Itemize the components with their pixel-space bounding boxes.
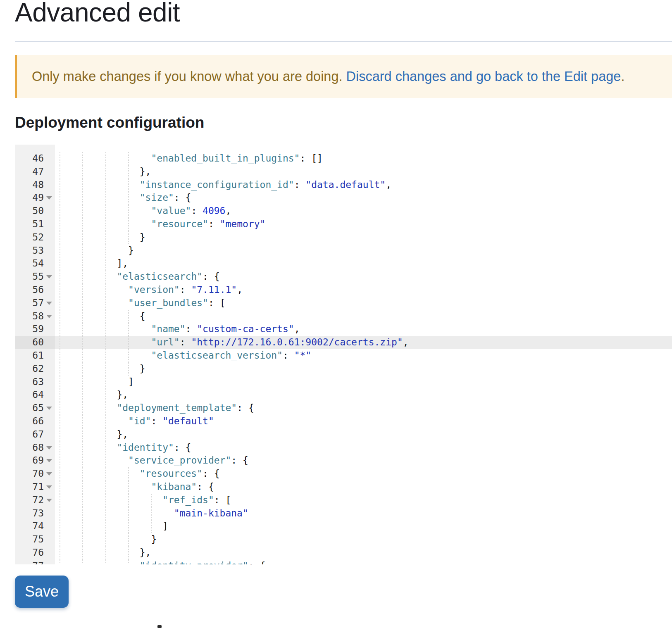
code-line[interactable]: 70"resources": { <box>15 467 672 481</box>
code-line[interactable]: 57"user_bundles": [ <box>15 297 672 310</box>
gutter-line-number[interactable]: 62 <box>15 362 55 376</box>
code-line[interactable]: 61"elasticsearch_version": "*" <box>15 349 672 362</box>
code-line[interactable]: 49"size": { <box>15 191 672 205</box>
code-line-content[interactable]: } <box>55 231 672 244</box>
code-line[interactable]: 74] <box>15 520 672 533</box>
gutter-line-number[interactable]: 50 <box>15 205 55 218</box>
code-line[interactable]: 77"identity_provider": { <box>15 559 672 564</box>
code-line-content[interactable]: ] <box>55 376 672 389</box>
code-line-content[interactable]: "name": "custom-ca-certs", <box>55 323 672 336</box>
gutter-line-number[interactable]: 47 <box>15 165 55 178</box>
fold-toggle-icon[interactable] <box>46 275 52 278</box>
code-line[interactable]: 73"main-kibana" <box>15 507 672 520</box>
code-line-content[interactable]: "version": "7.11.1", <box>55 283 672 297</box>
code-line-content[interactable]: "deployment_template": { <box>55 402 672 415</box>
code-line-content[interactable]: }, <box>55 428 672 441</box>
code-line-content[interactable]: "ref_ids": [ <box>55 494 672 507</box>
gutter-line-number[interactable]: 60 <box>15 336 55 349</box>
code-line-content[interactable]: "resources": { <box>55 467 672 481</box>
code-line[interactable]: 67}, <box>15 428 672 441</box>
code-line[interactable]: 62} <box>15 362 672 376</box>
gutter-line-number[interactable]: 56 <box>15 283 55 297</box>
code-line-content[interactable]: "kibana": { <box>55 481 672 494</box>
code-line-content[interactable]: } <box>55 533 672 546</box>
code-line-content[interactable]: { <box>55 310 672 323</box>
code-line[interactable]: 71"kibana": { <box>15 481 672 494</box>
gutter-line-number[interactable]: 70 <box>15 467 55 481</box>
code-line-content[interactable]: "value": 4096, <box>55 205 672 218</box>
code-line[interactable]: 68"identity": { <box>15 441 672 454</box>
code-line[interactable]: 50"value": 4096, <box>15 205 672 218</box>
gutter-line-number[interactable]: 58 <box>15 310 55 323</box>
gutter-line-number[interactable]: 74 <box>15 520 55 533</box>
gutter-line-number[interactable]: 48 <box>15 178 55 192</box>
gutter-line-number[interactable]: 59 <box>15 323 55 336</box>
code-line[interactable]: 75} <box>15 533 672 546</box>
gutter-line-number[interactable]: 46 <box>15 152 55 165</box>
code-line-content[interactable]: "elasticsearch_version": "*" <box>55 349 672 362</box>
code-line-content[interactable]: }, <box>55 388 672 402</box>
gutter-line-number[interactable]: 73 <box>15 507 55 520</box>
code-line[interactable]: 65"deployment_template": { <box>15 402 672 415</box>
gutter-line-number[interactable]: 71 <box>15 481 55 494</box>
gutter-line-number[interactable]: 69 <box>15 454 55 467</box>
gutter-line-number[interactable]: 68 <box>15 441 55 454</box>
code-line-content[interactable]: "resource": "memory" <box>55 218 672 231</box>
code-line[interactable]: 53} <box>15 244 672 257</box>
gutter-line-number[interactable]: 75 <box>15 533 55 546</box>
code-line[interactable]: 48"instance_configuration_id": "data.def… <box>15 178 672 192</box>
fold-toggle-icon[interactable] <box>46 485 52 489</box>
gutter-line-number[interactable]: 76 <box>15 546 55 559</box>
gutter-line-number[interactable]: 65 <box>15 402 55 415</box>
code-line-content[interactable]: "identity": { <box>55 441 672 454</box>
fold-toggle-icon[interactable] <box>46 499 52 502</box>
code-line-content[interactable]: "service_provider": { <box>55 454 672 467</box>
code-line[interactable]: 56"version": "7.11.1", <box>15 283 672 297</box>
code-line-content[interactable]: ], <box>55 257 672 270</box>
discard-changes-link[interactable]: Discard changes and go back to the Edit … <box>346 69 621 84</box>
gutter-line-number[interactable]: 66 <box>15 415 55 428</box>
gutter-line-number[interactable]: 51 <box>15 218 55 231</box>
code-line[interactable]: 69"service_provider": { <box>15 454 672 467</box>
code-line[interactable]: 72"ref_ids": [ <box>15 494 672 507</box>
code-line[interactable]: 63] <box>15 376 672 389</box>
fold-toggle-icon[interactable] <box>46 472 52 476</box>
code-line-content[interactable]: "main-kibana" <box>55 507 672 520</box>
json-editor[interactable]: 46"enabled_built_in_plugins": []47},48"i… <box>15 145 672 564</box>
code-line[interactable]: 58{ <box>15 310 672 323</box>
code-line-content[interactable]: "size": { <box>55 191 672 205</box>
fold-toggle-icon[interactable] <box>46 196 52 200</box>
code-line-content[interactable]: "user_bundles": [ <box>55 297 672 310</box>
gutter-line-number[interactable]: 64 <box>15 388 55 402</box>
gutter-line-number[interactable]: 72 <box>15 494 55 507</box>
gutter-line-number[interactable]: 77 <box>15 559 55 564</box>
code-line-content[interactable]: } <box>55 362 672 376</box>
code-line-content[interactable]: "id": "default" <box>55 415 672 428</box>
code-line-content[interactable]: "enabled_built_in_plugins": [] <box>55 152 672 165</box>
code-line[interactable]: 60"url": "http://172.16.0.61:9002/cacert… <box>15 336 672 349</box>
fold-toggle-icon[interactable] <box>46 459 52 462</box>
save-button[interactable]: Save <box>15 576 69 608</box>
fold-toggle-icon[interactable] <box>46 302 52 305</box>
code-line-content[interactable]: ] <box>55 520 672 533</box>
fold-toggle-icon[interactable] <box>46 446 52 450</box>
gutter-line-number[interactable]: 67 <box>15 428 55 441</box>
code-line-content[interactable]: "identity_provider": { <box>55 559 672 564</box>
code-line[interactable]: 55"elasticsearch": { <box>15 270 672 283</box>
code-line-content[interactable]: "instance_configuration_id": "data.defau… <box>55 178 672 192</box>
fold-toggle-icon[interactable] <box>46 315 52 318</box>
gutter-line-number[interactable]: 53 <box>15 244 55 257</box>
gutter-line-number[interactable]: 63 <box>15 376 55 389</box>
gutter-line-number[interactable]: 52 <box>15 231 55 244</box>
code-line[interactable]: 46"enabled_built_in_plugins": [] <box>15 152 672 165</box>
gutter-line-number[interactable]: 54 <box>15 257 55 270</box>
code-line-content[interactable]: "url": "http://172.16.0.61:9002/cacerts.… <box>55 336 672 349</box>
gutter-line-number[interactable]: 55 <box>15 270 55 283</box>
code-line[interactable]: 54], <box>15 257 672 270</box>
gutter-line-number[interactable]: 61 <box>15 349 55 362</box>
code-line[interactable]: 52} <box>15 231 672 244</box>
code-line-content[interactable]: } <box>55 244 672 257</box>
code-line[interactable]: 64}, <box>15 388 672 402</box>
code-line[interactable]: 47}, <box>15 165 672 178</box>
code-line[interactable]: 59"name": "custom-ca-certs", <box>15 323 672 336</box>
